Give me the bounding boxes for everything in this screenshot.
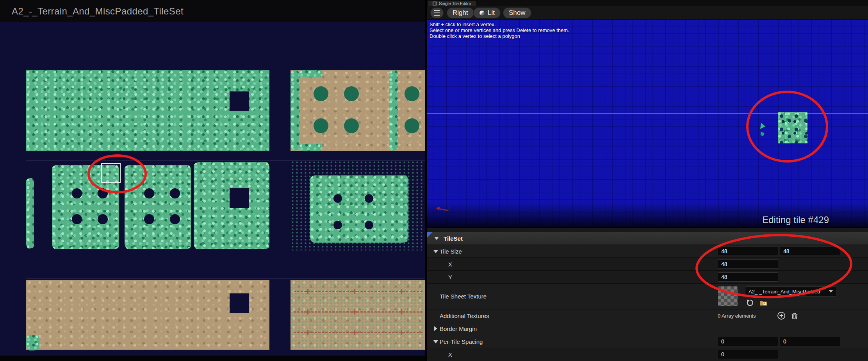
pattern-dot	[344, 86, 359, 101]
pattern-plus-mark	[399, 330, 404, 335]
delete-element-icon[interactable]	[790, 311, 799, 320]
expander-open-icon	[434, 237, 439, 240]
camera-orientation-button[interactable]: Right	[447, 7, 474, 18]
pattern-grass-edge	[299, 144, 323, 151]
property-label: Y	[448, 271, 452, 284]
instruction-line: Shift + click to insert a vertex.	[430, 21, 569, 27]
show-flags-button[interactable]: Show	[503, 7, 531, 18]
row-per-tile-spacing: Per-Tile Spacing	[426, 335, 868, 348]
instruction-line: Double click a vertex to select a polygo…	[430, 33, 569, 39]
pattern-grass-edge	[299, 70, 323, 77]
ue-tileset-editor-window: A2_-_Terrain_And_MiscPadded_TileSet	[0, 0, 868, 361]
tile-hole	[230, 91, 249, 111]
tab-strip: Single Tile Editor	[426, 0, 868, 6]
chevron-down-icon	[829, 290, 833, 293]
view-mode-label: Lit	[488, 9, 495, 17]
pattern-dash-line	[294, 291, 422, 292]
tile-hole	[98, 214, 108, 224]
pattern-dot	[314, 86, 328, 101]
edited-tile-sprite[interactable]	[778, 112, 807, 143]
texture-thumbnail[interactable]	[718, 286, 738, 306]
viewport-instructions: Shift + click to insert a vertex. Select…	[430, 21, 569, 39]
instruction-line: Select one or more vertices and press De…	[430, 27, 569, 33]
property-label: Tile Size	[440, 245, 462, 258]
row-tile-size: Tile Size	[426, 245, 868, 258]
pattern-plus-mark	[305, 330, 310, 335]
viewport-options-button[interactable]	[430, 7, 444, 18]
tile-grass-strip	[26, 178, 34, 248]
spacing-height-input[interactable]	[780, 337, 840, 346]
tile-editor-viewport[interactable]: Shift + click to insert a vertex. Select…	[426, 20, 868, 227]
category-label: TileSet	[444, 235, 463, 242]
hamburger-icon	[434, 15, 440, 16]
tile-dirt-speckled	[291, 280, 426, 350]
tile-grass-cluster	[125, 165, 191, 249]
show-flags-label: Show	[509, 9, 526, 17]
pattern-plus-mark	[399, 289, 404, 294]
pattern-plus-mark	[352, 289, 357, 294]
tile-size-y-input[interactable]	[718, 273, 778, 281]
tileset-canvas[interactable]	[0, 22, 426, 361]
array-count-text: 0 Array elements	[718, 309, 756, 322]
property-label: X	[448, 348, 452, 361]
use-selected-asset-icon[interactable]	[746, 298, 754, 307]
tile-grid-icon	[433, 2, 437, 5]
tile-hole	[170, 188, 180, 198]
pattern-dot	[405, 118, 419, 133]
row-border-margin: Border Margin	[426, 322, 868, 335]
tile-size-y-field[interactable]	[718, 272, 778, 282]
selected-tile-outline	[101, 163, 121, 183]
tile-size-height-field[interactable]	[780, 247, 840, 256]
tile-grass-speckled	[291, 161, 426, 250]
sprite-fragment-marks	[761, 123, 765, 136]
tile-size-width-input[interactable]	[718, 247, 778, 256]
property-label: Tile Sheet Texture	[440, 284, 487, 309]
tile-hole	[333, 194, 342, 203]
add-element-icon[interactable]	[777, 311, 786, 320]
expander-open-icon[interactable]	[433, 250, 438, 253]
pattern-dot	[344, 118, 359, 133]
details-panel: TileSet Tile Size X	[426, 227, 868, 361]
tile-size-height-input[interactable]	[780, 247, 840, 256]
spacing-width-field[interactable]	[718, 337, 778, 346]
tileset-title: A2_-_Terrain_And_MiscPadded_TileSet	[12, 6, 184, 17]
tile-hole	[72, 188, 82, 198]
spacing-width-input[interactable]	[718, 337, 778, 346]
property-label: Per-Tile Spacing	[440, 335, 483, 348]
sprite-fragment	[761, 132, 765, 136]
spacing-x-input[interactable]	[718, 350, 778, 359]
pattern-plus-mark	[399, 309, 404, 315]
expander-open-icon[interactable]	[433, 340, 438, 343]
property-label: Border Margin	[440, 322, 477, 335]
tile-grass-fragment	[26, 335, 39, 350]
panel-corner-marker	[426, 232, 433, 238]
row-spacing-x: X	[426, 348, 868, 361]
browse-to-asset-icon[interactable]	[759, 298, 768, 307]
bottom-letterbox	[0, 356, 426, 361]
tile-size-x-input[interactable]	[718, 260, 778, 268]
row-additional-textures: Additional Textures 0 Array elements	[426, 309, 868, 322]
pattern-grass-edge	[389, 70, 398, 151]
camera-orientation-label: Right	[453, 9, 468, 17]
panel-divider[interactable]	[425, 0, 427, 361]
pattern-dash-line	[294, 332, 422, 333]
tile-hole	[333, 221, 342, 229]
spacing-x-field[interactable]	[718, 350, 778, 359]
category-header-tileset[interactable]: TileSet	[426, 232, 868, 245]
spacing-height-field[interactable]	[780, 337, 840, 346]
tab-single-tile-editor[interactable]: Single Tile Editor	[428, 1, 476, 6]
row-tile-sheet-texture: Tile Sheet Texture A2_-_Terrain_And_Misc…	[426, 284, 868, 309]
view-mode-button[interactable]: Lit	[473, 7, 501, 18]
tile-grid-line	[26, 278, 426, 279]
hamburger-icon	[434, 13, 440, 13]
row-tile-size-y: Y	[426, 271, 868, 284]
viewport-toolbar: Right Lit Show	[426, 6, 868, 20]
sprite-fragment	[760, 123, 766, 130]
texture-asset-combo[interactable]: A2_-_Terrain_And_MiscPadded	[745, 286, 836, 297]
pattern-grass-edge	[291, 70, 299, 151]
tile-size-width-field[interactable]	[718, 247, 778, 256]
tile-dirt-pattern	[291, 70, 426, 151]
tile-size-x-field[interactable]	[718, 259, 778, 269]
expander-closed-icon[interactable]	[434, 326, 437, 331]
tab-label: Single Tile Editor	[439, 1, 471, 6]
